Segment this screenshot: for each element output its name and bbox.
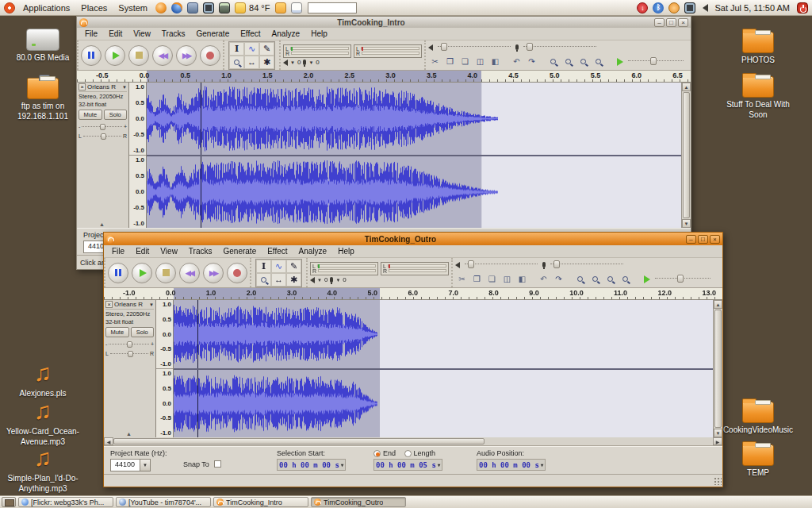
cut-button[interactable]: ✂	[428, 56, 442, 68]
timeshift-tool[interactable]: ↔	[244, 56, 259, 69]
fit-selection-button[interactable]	[603, 273, 617, 286]
redo-button[interactable]: ↷	[552, 273, 565, 286]
desktop-icon-media[interactable]: 80.0 GB Media	[6, 29, 79, 64]
record-button[interactable]	[227, 263, 247, 283]
solo-button[interactable]: Solo	[104, 110, 128, 120]
play-button[interactable]	[132, 263, 152, 283]
clock[interactable]: Sat Jul 5, 11:50 AM	[714, 3, 790, 13]
tracker-search-icon[interactable]	[668, 2, 680, 13]
desktop-icon-photos[interactable]: PHOTOS	[722, 32, 795, 66]
scroll-up-icon[interactable]	[714, 300, 722, 309]
menu-item[interactable]: Analyze	[294, 246, 332, 256]
slider-thumb[interactable]	[441, 43, 447, 51]
track-menu-icon[interactable]	[122, 83, 127, 90]
slider-thumb[interactable]	[468, 260, 474, 268]
menu-item[interactable]: View	[128, 29, 155, 39]
fit-project-button[interactable]	[592, 56, 605, 68]
skip-end-button[interactable]: ▶▶	[203, 263, 224, 283]
ubuntu-logo-icon[interactable]	[4, 2, 15, 13]
menu-item[interactable]: Effect	[236, 29, 265, 39]
skip-start-button[interactable]: ◀◀	[152, 45, 173, 66]
undo-button[interactable]: ↶	[510, 56, 523, 68]
waveform-left-channel[interactable]	[147, 83, 681, 155]
output-dropdown-icon[interactable]: ▼	[290, 60, 295, 65]
track-menu-icon[interactable]	[149, 301, 154, 308]
copy-button[interactable]: ❐	[443, 56, 457, 68]
desktop-icon-alexjones[interactable]: ♫ Alexjones.pls	[6, 361, 79, 399]
timeline-ruler[interactable]: -1.00.01.02.03.04.05.06.07.08.09.010.011…	[104, 288, 722, 300]
maximize-button[interactable]	[666, 18, 676, 27]
stop-button[interactable]	[128, 45, 149, 66]
paste-button[interactable]: ❏	[458, 56, 472, 68]
menu-item[interactable]: Generate	[192, 29, 235, 39]
vertical-scrollbar[interactable]	[681, 83, 691, 228]
playback-speed-slider[interactable]	[655, 278, 710, 280]
desktop-icon-cookingvideomusic[interactable]: CookingVideoMusic	[722, 402, 795, 436]
audio-position-field[interactable]: 00 h 00 m 00 s	[477, 459, 546, 471]
envelope-tool[interactable]: ∿	[271, 260, 286, 273]
slider-thumb[interactable]	[128, 351, 133, 357]
combo[interactable]: 44100	[110, 459, 151, 471]
zoom-tool[interactable]	[229, 56, 244, 69]
display-settings-icon[interactable]	[684, 2, 695, 13]
menu-item[interactable]: Edit	[131, 246, 154, 256]
scroll-down-icon[interactable]	[682, 219, 691, 228]
terminal-icon[interactable]	[203, 2, 214, 13]
show-desktop-button[interactable]	[2, 497, 16, 507]
slider-thumb[interactable]	[553, 260, 560, 268]
time-field[interactable]: 00 h 00 m 00 s	[477, 459, 546, 471]
slider-thumb[interactable]	[677, 275, 684, 283]
output-volume-slider[interactable]	[438, 46, 511, 48]
input-dropdown-icon[interactable]: ▼	[308, 60, 313, 65]
taskbar-item-youtube[interactable]: [YouTube - tim78704'...	[116, 497, 211, 507]
pause-button[interactable]	[81, 45, 102, 66]
titlebar[interactable]: TimCooking_Outro	[104, 233, 722, 245]
menu-item[interactable]: Help	[306, 29, 332, 39]
menu-item[interactable]: Edit	[104, 29, 127, 39]
mute-button[interactable]: Mute	[79, 110, 102, 120]
waveform-right-channel[interactable]	[174, 370, 713, 438]
minimize-button[interactable]	[654, 18, 665, 27]
skip-end-button[interactable]: ▶▶	[176, 45, 197, 66]
scroll-down-icon[interactable]	[714, 429, 722, 437]
panel-command-input[interactable]	[308, 2, 357, 13]
record-button[interactable]	[200, 45, 220, 66]
slider-thumb[interactable]	[650, 57, 657, 65]
selection-tool[interactable]: I	[229, 42, 244, 56]
selection-start-field[interactable]: 00 h 00 m 00 s	[277, 459, 346, 471]
minimize-button[interactable]	[686, 235, 696, 244]
slider-thumb[interactable]	[101, 133, 106, 140]
multi-tool[interactable]: ✱	[286, 273, 301, 287]
time-field[interactable]: 00 h 00 m 05 s	[373, 459, 442, 471]
timeshift-tool[interactable]: ↔	[271, 273, 286, 287]
maximize-button[interactable]	[698, 235, 708, 244]
menu-item[interactable]: Effect	[262, 246, 292, 256]
bluetooth-icon[interactable]: ᛒ	[653, 2, 664, 13]
end-radio[interactable]: End	[373, 449, 396, 457]
output-meter[interactable]: L R	[283, 44, 351, 58]
output-meter[interactable]: L R	[310, 262, 378, 275]
track-name[interactable]: Orleans R	[87, 83, 121, 90]
scroll-left-icon[interactable]	[104, 437, 113, 445]
redo-button[interactable]: ↷	[525, 56, 538, 68]
scrollbar-thumb[interactable]	[714, 310, 722, 428]
titlebar[interactable]: TimCooking_Intro	[77, 17, 691, 28]
time-field[interactable]: 00 h 00 m 00 s	[277, 459, 346, 471]
zoom-out-button[interactable]	[561, 56, 575, 68]
draw-tool[interactable]: ✎	[259, 42, 274, 56]
output-dropdown-icon[interactable]: ▼	[317, 278, 322, 283]
app-launcher-icon[interactable]	[155, 2, 167, 13]
timeline-ruler[interactable]: -0.50.00.51.01.52.02.53.03.54.04.55.05.5…	[77, 71, 691, 83]
input-volume-slider[interactable]	[523, 46, 596, 48]
resize-grip[interactable]	[714, 477, 722, 485]
scroll-right-icon[interactable]	[713, 437, 722, 445]
update-notifier-icon[interactable]: ↓	[637, 2, 648, 13]
slider-thumb[interactable]	[127, 341, 132, 348]
track-collapse-icon[interactable]	[99, 221, 105, 227]
fit-project-button[interactable]	[619, 273, 632, 286]
firefox-icon[interactable]	[171, 2, 182, 13]
combo-dropdown-icon[interactable]	[140, 459, 151, 471]
track-name[interactable]: Orleans R	[114, 301, 147, 308]
taskbar-item-flickr[interactable]: [Flickr: webg33k's Ph...	[18, 497, 113, 507]
horizontal-scrollbar[interactable]	[104, 437, 722, 446]
